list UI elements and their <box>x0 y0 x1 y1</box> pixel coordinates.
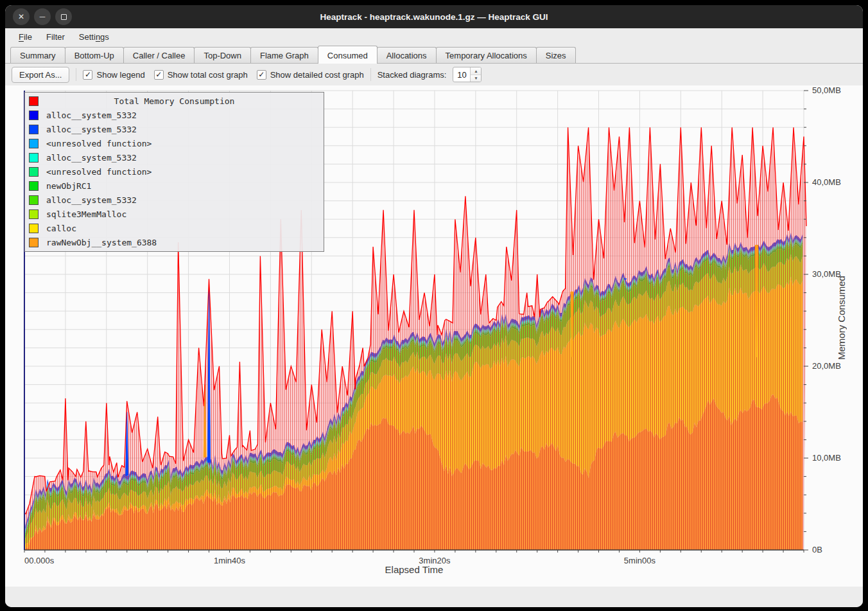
tab-summary[interactable]: Summary <box>10 47 65 63</box>
legend-label: rawNewObj__system_6388 <box>46 238 157 247</box>
tab-top-down[interactable]: Top-Down <box>194 47 251 63</box>
minimize-icon: ─ <box>40 13 46 21</box>
maximize-button[interactable] <box>55 8 72 25</box>
checkbox-check-icon: ✓ <box>154 70 164 80</box>
close-button[interactable]: ✕ <box>13 8 30 25</box>
legend-label: newObjRC1 <box>46 181 91 191</box>
spin-down-button[interactable]: ▼ <box>471 75 481 82</box>
checkbox-label: Show legend <box>96 70 144 80</box>
legend-row: Total Memory Consumption <box>25 94 324 108</box>
legend-label: alloc__system_5332 <box>46 111 137 120</box>
legend-swatch-icon <box>29 238 39 247</box>
toolbar: Export As... ✓Show legend✓Show total cos… <box>5 64 863 85</box>
checkbox-show-total-cost-graph[interactable]: ✓Show total cost graph <box>154 70 248 80</box>
legend-swatch-icon <box>29 209 39 219</box>
close-icon: ✕ <box>18 13 24 21</box>
chart-legend: Total Memory Consumptionalloc__system_53… <box>24 92 324 252</box>
menu-settings[interactable]: Settings <box>73 30 115 44</box>
legend-swatch-icon <box>29 111 39 120</box>
stacked-diagrams-label: Stacked diagrams: <box>378 70 447 80</box>
legend-row: sqlite3MemMalloc <box>25 207 324 221</box>
legend-swatch-icon <box>29 181 39 191</box>
checkbox-check-icon: ✓ <box>83 70 92 80</box>
toolbar-separator <box>76 68 76 81</box>
legend-swatch-icon <box>29 224 39 233</box>
legend-row: rawNewObj__system_6388 <box>25 235 324 249</box>
minimize-button[interactable]: ─ <box>34 8 51 25</box>
tab-caller-callee[interactable]: Caller / Callee <box>123 47 195 63</box>
legend-row: alloc__system_5332 <box>25 193 324 207</box>
legend-title: Total Memory Consumption <box>46 96 302 106</box>
legend-label: <unresolved function> <box>46 139 152 148</box>
legend-row: alloc__system_5332 <box>25 108 324 122</box>
maximize-icon <box>61 14 67 20</box>
legend-swatch-icon <box>29 153 39 163</box>
menu-filter[interactable]: Filter <box>40 30 71 44</box>
tab-temporary-allocations[interactable]: Temporary Allocations <box>436 47 537 63</box>
legend-swatch-icon <box>29 195 39 205</box>
menubar: FileFilterSettings <box>5 28 863 45</box>
checkbox-label: Show total cost graph <box>168 70 248 80</box>
legend-swatch-icon <box>29 125 39 134</box>
legend-swatch-icon <box>29 139 39 148</box>
legend-label: calloc <box>46 224 76 233</box>
titlebar: ✕ ─ Heaptrack - heaptrack.wakunode.1.gz … <box>5 5 863 28</box>
legend-row: calloc <box>25 221 324 235</box>
legend-label: alloc__system_5332 <box>46 195 137 205</box>
menu-file[interactable]: File <box>13 30 38 44</box>
tab-bar: SummaryBottom-UpCaller / CalleeTop-DownF… <box>5 45 863 64</box>
checkbox-check-icon: ✓ <box>257 70 266 80</box>
legend-label: alloc__system_5332 <box>46 125 137 134</box>
checkbox-show-detailed-cost-graph[interactable]: ✓Show detailed cost graph <box>257 70 364 80</box>
stacked-diagrams-spinbox[interactable]: 10 ▲ ▼ <box>453 67 482 82</box>
legend-swatch-icon <box>29 167 39 177</box>
toolbar-separator <box>370 68 371 81</box>
y-tick-label: 0B <box>812 545 822 554</box>
legend-row: <unresolved function> <box>25 136 324 150</box>
app-window: ✕ ─ Heaptrack - heaptrack.wakunode.1.gz … <box>5 5 863 607</box>
spin-up-button[interactable]: ▲ <box>471 67 481 75</box>
legend-row: alloc__system_5332 <box>25 122 324 136</box>
legend-label: alloc__system_5332 <box>46 153 137 163</box>
legend-label: <unresolved function> <box>46 167 152 177</box>
y-axis-title: Memory Consumed <box>836 85 855 550</box>
legend-swatch-icon <box>29 96 39 106</box>
window-title: Heaptrack - heaptrack.wakunode.1.gz — He… <box>5 12 863 22</box>
checkbox-show-legend[interactable]: ✓Show legend <box>83 70 144 80</box>
stacked-diagrams-value: 10 <box>453 67 470 82</box>
legend-label: sqlite3MemMalloc <box>46 209 126 219</box>
checkbox-label: Show detailed cost graph <box>270 70 364 80</box>
window-bottom-margin <box>5 587 863 607</box>
window-controls: ✕ ─ <box>13 8 72 25</box>
legend-row: newObjRC1 <box>25 179 324 193</box>
memory-consumption-chart: Total Memory Consumptionalloc__system_53… <box>5 85 863 587</box>
tab-bottom-up[interactable]: Bottom-Up <box>65 47 124 63</box>
legend-row: <unresolved function> <box>25 164 324 179</box>
export-as-button[interactable]: Export As... <box>12 67 69 83</box>
tab-consumed[interactable]: Consumed <box>318 46 378 64</box>
tab-allocations[interactable]: Allocations <box>377 47 437 63</box>
tab-sizes[interactable]: Sizes <box>536 47 576 63</box>
legend-row: alloc__system_5332 <box>25 150 324 164</box>
x-axis-title: Elapsed Time <box>24 564 804 575</box>
tab-flame-graph[interactable]: Flame Graph <box>250 47 318 63</box>
